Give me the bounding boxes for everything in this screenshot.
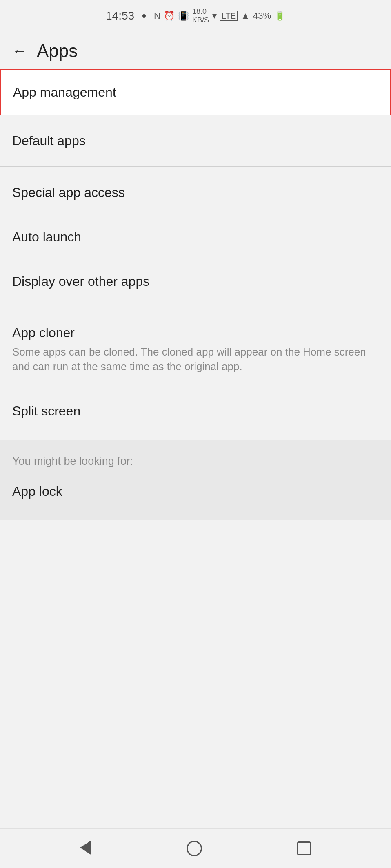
status-bar: 14:53 N ⏰ 📳 18.0KB/S ▾ LTE ▲ 43% 🔋: [0, 0, 391, 29]
menu-item-display-over-other-apps[interactable]: Display over other apps: [0, 259, 391, 304]
wifi-icon: ▾: [212, 11, 217, 21]
menu-item-app-cloner[interactable]: App cloner Some apps can be cloned. The …: [0, 311, 391, 389]
menu-item-label: Auto launch: [12, 230, 81, 245]
nfc-icon: N: [154, 11, 160, 21]
lte-icon: LTE: [220, 11, 238, 21]
menu-item-auto-launch[interactable]: Auto launch: [0, 215, 391, 259]
header: ← Apps: [0, 29, 391, 69]
data-speed-icon: 18.0KB/S: [192, 7, 209, 24]
back-button[interactable]: ←: [12, 42, 27, 60]
menu-item-split-screen[interactable]: Split screen: [0, 389, 391, 433]
menu-item-app-management[interactable]: App management: [0, 69, 391, 115]
nav-bar: [0, 828, 391, 868]
status-time: 14:53: [106, 9, 134, 22]
menu-item-description: Some apps can be cloned. The cloned app …: [12, 345, 379, 374]
content: App management Default apps Special app …: [0, 69, 391, 828]
divider-1: [0, 166, 391, 167]
menu-item-label: Display over other apps: [12, 274, 149, 289]
status-icons: N ⏰ 📳 18.0KB/S ▾ LTE ▲ 43% 🔋: [154, 7, 285, 24]
menu-item-special-app-access[interactable]: Special app access: [0, 170, 391, 215]
divider-2: [0, 307, 391, 308]
menu-item-label: Default apps: [12, 133, 86, 148]
page-title: Apps: [37, 41, 78, 61]
nav-home-button[interactable]: [187, 841, 202, 856]
menu-item-label: App cloner: [12, 325, 379, 340]
nav-back-button[interactable]: [80, 840, 91, 857]
alarm-icon: ⏰: [164, 11, 175, 21]
menu-item-label: Split screen: [12, 404, 80, 419]
divider-3: [0, 437, 391, 437]
menu-item-label: Special app access: [12, 185, 125, 200]
nav-recents-button[interactable]: [297, 841, 311, 855]
menu-item-default-apps[interactable]: Default apps: [0, 119, 391, 163]
suggestions-label: You might be looking for:: [12, 455, 379, 468]
signal-icon: ▲: [241, 11, 250, 21]
suggestion-item-app-lock[interactable]: App lock: [12, 477, 379, 506]
battery-percent: 43%: [253, 11, 271, 21]
status-dot: [142, 14, 146, 18]
battery-icon: 🔋: [274, 11, 285, 21]
vibrate-icon: 📳: [178, 11, 189, 21]
menu-item-label: App management: [13, 85, 116, 100]
suggestions-section: You might be looking for: App lock: [0, 440, 391, 520]
